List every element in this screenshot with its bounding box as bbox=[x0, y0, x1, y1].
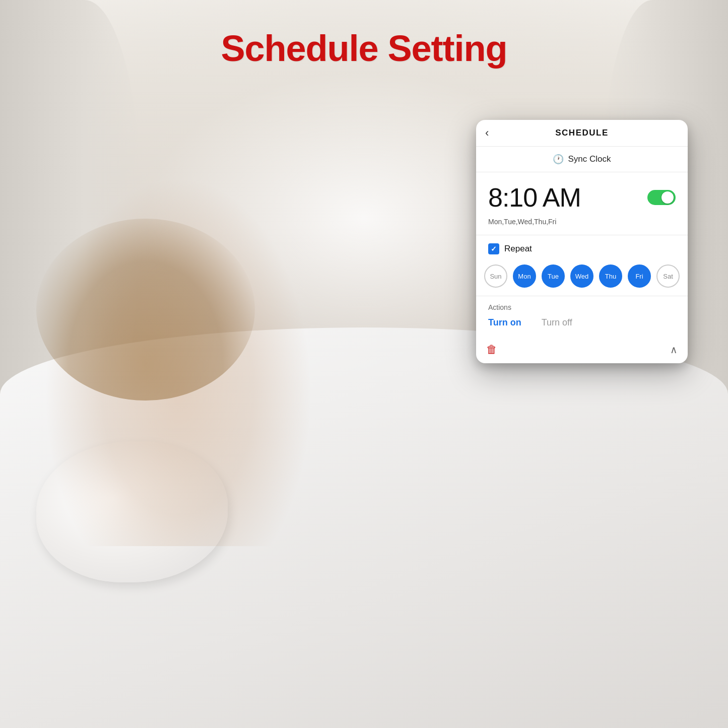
actions-label: Actions bbox=[488, 303, 676, 311]
time-section: 8:10 AM bbox=[476, 172, 688, 218]
app-card: ‹ SCHEDULE 🕐 Sync Clock 8:10 AM Mon,Tue,… bbox=[476, 120, 688, 363]
time-display[interactable]: 8:10 AM bbox=[488, 182, 581, 213]
delete-button[interactable]: 🗑 bbox=[486, 343, 497, 356]
turn-on-button[interactable]: Turn on bbox=[488, 317, 521, 328]
back-button[interactable]: ‹ bbox=[485, 126, 489, 140]
day-tue[interactable]: Tue bbox=[542, 264, 565, 288]
repeat-section: ✓ Repeat bbox=[476, 235, 688, 259]
day-sun[interactable]: Sun bbox=[484, 264, 507, 288]
hair-area bbox=[36, 219, 255, 401]
day-mon[interactable]: Mon bbox=[513, 264, 536, 288]
app-header: ‹ SCHEDULE bbox=[476, 120, 688, 147]
check-mark: ✓ bbox=[491, 245, 497, 253]
sync-clock-row[interactable]: 🕐 Sync Clock bbox=[476, 147, 688, 172]
day-sat[interactable]: Sat bbox=[656, 264, 680, 288]
chevron-up-icon[interactable]: ∧ bbox=[670, 344, 678, 356]
toggle-knob bbox=[661, 191, 674, 204]
days-subtitle: Mon,Tue,Wed,Thu,Fri bbox=[476, 218, 688, 235]
background bbox=[0, 0, 728, 728]
repeat-checkbox[interactable]: ✓ bbox=[488, 243, 499, 254]
actions-row: Turn on Turn off bbox=[488, 315, 676, 330]
days-row: Sun Mon Tue Wed Thu Fri Sat bbox=[476, 259, 688, 296]
header-title: SCHEDULE bbox=[555, 128, 609, 138]
day-wed[interactable]: Wed bbox=[570, 264, 593, 288]
bottom-bar: 🗑 ∧ bbox=[476, 336, 688, 363]
repeat-label: Repeat bbox=[504, 244, 532, 254]
actions-section: Actions Turn on Turn off bbox=[476, 296, 688, 334]
turn-off-button[interactable]: Turn off bbox=[542, 317, 572, 328]
power-toggle[interactable] bbox=[647, 190, 676, 205]
sync-clock-label: Sync Clock bbox=[568, 154, 611, 164]
page-title: Schedule Setting bbox=[221, 28, 507, 69]
day-thu[interactable]: Thu bbox=[599, 264, 622, 288]
clock-icon: 🕐 bbox=[553, 154, 564, 165]
day-fri[interactable]: Fri bbox=[628, 264, 651, 288]
